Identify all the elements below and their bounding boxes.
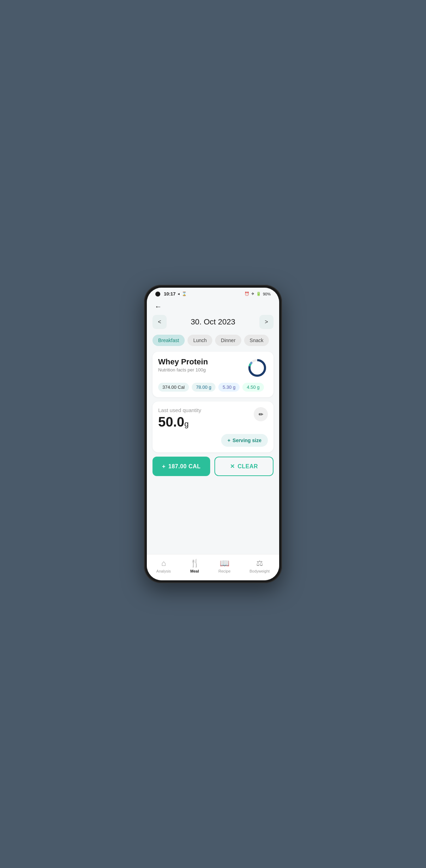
battery-icon: 🔋: [256, 292, 261, 296]
next-date-button[interactable]: >: [259, 315, 274, 329]
prev-date-button[interactable]: <: [152, 315, 167, 329]
meal-icon: 🍴: [190, 559, 200, 568]
navigation-icon: ◂: [178, 292, 180, 296]
food-name: Whey Protein: [158, 357, 208, 366]
donut-chart: [247, 357, 268, 379]
pill-protein: 4.50 g: [242, 383, 264, 392]
nav-label-bodyweight: Bodyweight: [249, 569, 270, 573]
tab-dinner[interactable]: Dinner: [215, 335, 241, 346]
quantity-unit: g: [184, 420, 189, 428]
battery-percent: 90%: [263, 292, 271, 296]
tab-breakfast[interactable]: Breakfast: [152, 335, 185, 346]
add-calories-button[interactable]: + 187.00 CAL: [152, 457, 210, 476]
status-time: 10:17: [164, 291, 175, 297]
quantity-value: 50.0g: [158, 415, 201, 430]
nav-item-meal[interactable]: 🍴 Meal: [186, 557, 204, 575]
edit-icon: ✏: [259, 411, 263, 418]
edit-quantity-button[interactable]: ✏: [254, 407, 268, 421]
nav-item-recipe[interactable]: 📖 Recipe: [214, 557, 235, 575]
phone-frame: 10:17 ◂ ⌛ ⏰ ✈ 🔋 90% ← < 30. Oct 2023 >: [144, 285, 282, 583]
date-nav: < 30. Oct 2023 >: [152, 315, 274, 329]
add-icon: +: [162, 463, 166, 470]
serving-size-label: Serving size: [232, 438, 261, 443]
nav-label-analysis: Analysis: [156, 569, 171, 573]
serving-size-button[interactable]: + Serving size: [221, 434, 268, 447]
donut-svg: [247, 357, 268, 379]
content-area: ← < 30. Oct 2023 > Breakfast Lunch Dinne…: [147, 298, 279, 554]
nav-label-meal: Meal: [190, 569, 199, 573]
quantity-header: Last used quantity 50.0g ✏: [158, 407, 268, 430]
add-calories-label: 187.00 CAL: [168, 463, 201, 470]
back-arrow-icon: ←: [155, 303, 162, 311]
clear-x-icon: ✕: [230, 463, 235, 470]
quantity-label: Last used quantity: [158, 407, 201, 413]
status-right: ⏰ ✈ 🔋 90%: [244, 292, 271, 296]
nutrition-card-header: Whey Protein Nutrition facts per 100g: [158, 357, 268, 379]
plus-icon: +: [228, 438, 230, 443]
food-subtitle: Nutrition facts per 100g: [158, 367, 208, 373]
status-bar: 10:17 ◂ ⌛ ⏰ ✈ 🔋 90%: [147, 288, 279, 298]
quantity-info: Last used quantity 50.0g: [158, 407, 201, 430]
home-icon: ⌂: [161, 559, 166, 568]
serving-size-area: + Serving size: [158, 434, 268, 447]
date-title: 30. Oct 2023: [191, 317, 235, 327]
quantity-card: Last used quantity 50.0g ✏ + Serving siz…: [152, 401, 274, 452]
nutrition-pills: 374.00 Cal 78.00 g 5.30 g 4.50 g: [158, 383, 268, 392]
back-button[interactable]: ←: [152, 301, 164, 312]
bottom-nav: ⌂ Analysis 🍴 Meal 📖 Recipe ⚖ Bodyweight: [147, 554, 279, 580]
action-buttons: + 187.00 CAL ✕ CLEAR: [152, 457, 274, 476]
nav-label-recipe: Recipe: [218, 569, 230, 573]
tab-lunch[interactable]: Lunch: [188, 335, 212, 346]
phone-screen: 10:17 ◂ ⌛ ⏰ ✈ 🔋 90% ← < 30. Oct 2023 >: [147, 288, 279, 580]
bodyweight-icon: ⚖: [256, 559, 263, 568]
recipe-icon: 📖: [220, 559, 229, 568]
tab-snack[interactable]: Snack: [244, 335, 269, 346]
camera-dot: [155, 292, 160, 297]
pill-calories: 374.00 Cal: [158, 383, 189, 392]
dnd-icon: ⌛: [182, 292, 187, 296]
nav-item-bodyweight[interactable]: ⚖ Bodyweight: [245, 557, 274, 575]
nav-item-analysis[interactable]: ⌂ Analysis: [152, 557, 175, 575]
food-info: Whey Protein Nutrition facts per 100g: [158, 357, 208, 373]
pill-fat: 5.30 g: [218, 383, 240, 392]
clear-button[interactable]: ✕ CLEAR: [214, 457, 274, 476]
airplane-icon: ✈: [251, 292, 254, 296]
alarm-icon: ⏰: [244, 292, 249, 296]
status-left: 10:17 ◂ ⌛: [155, 291, 187, 297]
quantity-number: 50.0: [158, 415, 184, 429]
clear-label: CLEAR: [237, 463, 258, 470]
meal-tabs: Breakfast Lunch Dinner Snack: [152, 335, 274, 346]
pill-carbs: 78.00 g: [192, 383, 215, 392]
nutrition-card: Whey Protein Nutrition facts per 100g: [152, 352, 274, 397]
